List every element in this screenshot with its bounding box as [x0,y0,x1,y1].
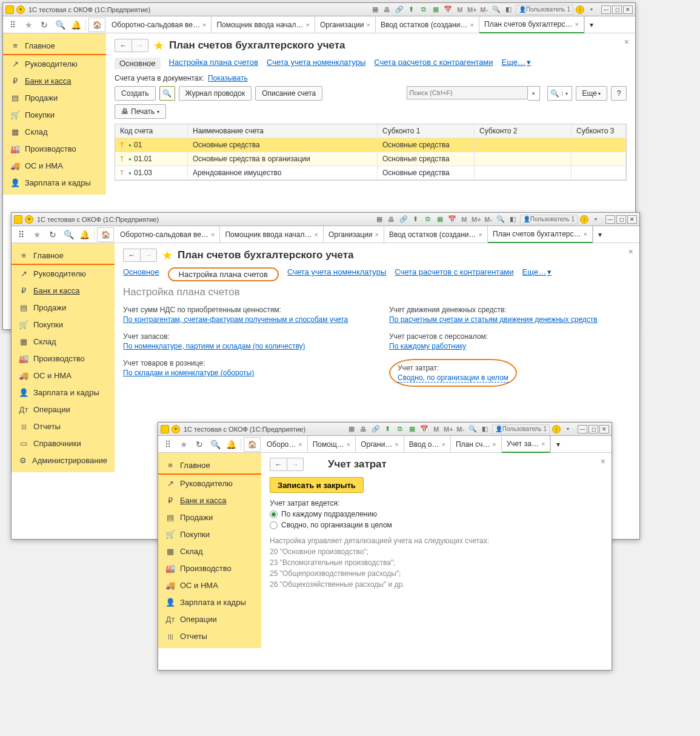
tb-mminus-icon[interactable]: M- [479,5,489,13]
tb-layout-icon[interactable]: ▦ [370,5,380,13]
window-title: 1С тестовая с ОКОФ (1С:Предприятие) [28,6,150,13]
tb-zoom-icon[interactable]: 🔍 [492,5,501,13]
tb-save-icon[interactable]: ⬆ [407,5,416,13]
tb-calendar-icon[interactable]: 📅 [443,5,453,13]
tb-mplus-icon[interactable]: M+ [467,5,477,13]
minimize-button[interactable]: — [601,5,611,13]
tb-tabs-icon[interactable]: ◧ [504,5,513,13]
window-1: ▾ 1С тестовая с ОКОФ (1С:Предприятие) ▦ … [2,2,636,12]
close-button[interactable]: ✕ [623,5,633,13]
logo-icon [5,5,14,13]
user-label[interactable]: 👤 Пользователь 1 [516,5,573,13]
maximize-button[interactable]: ◻ [612,5,622,13]
tb-link-icon[interactable]: 🔗 [395,5,404,13]
tb-calc-icon[interactable]: ▦ [431,5,441,13]
app-dropdown-icon[interactable]: ▾ [16,5,25,13]
titlebar: ▾ 1С тестовая с ОКОФ (1С:Предприятие) ▦ … [3,3,635,12]
tb-print-icon[interactable]: 🖶 [382,5,392,13]
tb-compare-icon[interactable]: ⧉ [419,5,428,13]
info-icon[interactable]: i [576,5,584,13]
info-drop-icon[interactable]: ▾ [587,5,596,13]
window-buttons: — ◻ ✕ [601,5,633,13]
tb-m-icon[interactable]: M [455,5,465,13]
